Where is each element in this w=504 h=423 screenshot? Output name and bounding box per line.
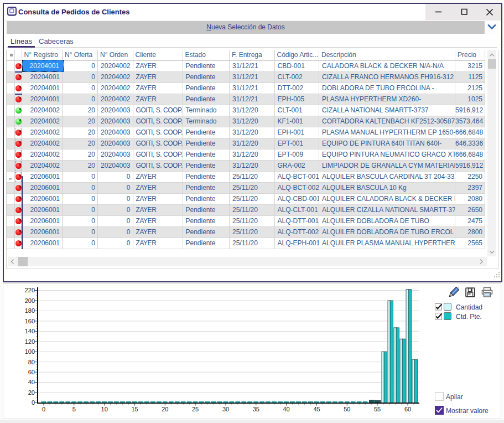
svg-text:60: 60: [404, 406, 411, 412]
svg-text:10: 10: [101, 406, 108, 412]
svg-text:0: 0: [32, 399, 35, 406]
svg-text:40: 40: [28, 379, 35, 385]
svg-text:15: 15: [131, 406, 138, 412]
svg-text:160: 160: [25, 318, 35, 324]
svg-text:60: 60: [28, 369, 35, 375]
svg-text:80: 80: [28, 359, 35, 365]
svg-text:180: 180: [25, 307, 35, 314]
svg-text:120: 120: [25, 338, 35, 345]
svg-text:50: 50: [344, 406, 350, 412]
svg-text:30: 30: [222, 406, 229, 412]
svg-text:20: 20: [162, 406, 168, 412]
svg-text:45: 45: [313, 406, 320, 412]
svg-text:40: 40: [283, 406, 289, 412]
svg-text:20: 20: [28, 389, 35, 396]
svg-text:35: 35: [253, 406, 259, 412]
svg-text:220: 220: [25, 287, 35, 293]
svg-text:200: 200: [25, 297, 35, 304]
svg-text:0: 0: [42, 406, 45, 412]
svg-text:25: 25: [192, 406, 199, 412]
svg-text:100: 100: [25, 348, 35, 355]
svg-text:140: 140: [25, 328, 35, 334]
svg-text:55: 55: [374, 406, 381, 412]
svg-text:5: 5: [72, 406, 76, 412]
